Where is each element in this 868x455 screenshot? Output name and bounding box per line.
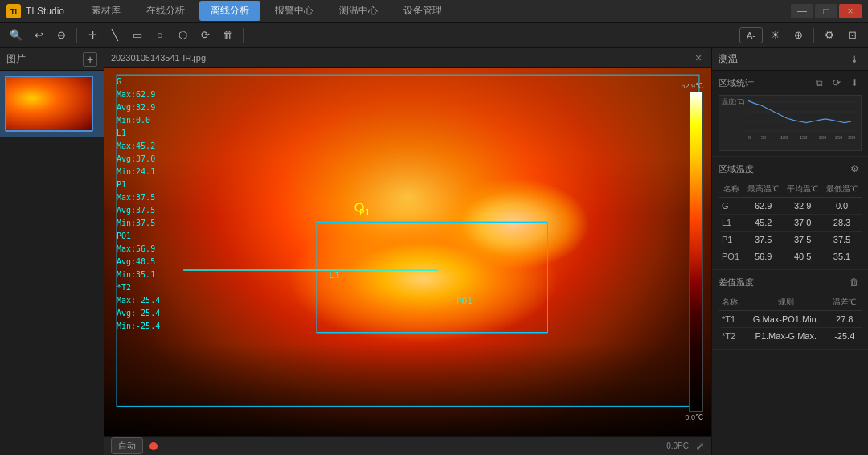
right-panel-header: 测温 🌡: [712, 48, 868, 71]
minimize-button[interactable]: —: [791, 4, 813, 18]
zone-min-cell: 37.5: [822, 232, 862, 248]
g-label: G: [117, 76, 160, 88]
zoom-in-button[interactable]: 🔍: [6, 26, 26, 45]
zone-min-cell: 28.3: [822, 215, 862, 232]
sidebar-right: 测温 🌡 区域统计 ⧉ ⟳ ⬇ 温度(℃) 45: [711, 48, 868, 455]
t2-min: Min:-25.4: [117, 320, 160, 333]
delete-button[interactable]: 🗑: [218, 26, 237, 45]
svg-text:50: 50: [761, 135, 766, 140]
zone-avg-cell: 40.5: [783, 248, 822, 265]
po1-max: Max:56.9: [117, 243, 160, 256]
toolbar-separator-3: [813, 28, 814, 43]
l1-label: L1: [117, 127, 160, 140]
thumbnail-inner: [6, 77, 92, 130]
zone-temp-section: 区域温度 ⚙ 名称 最高温℃ 平均温℃ 最低温℃ G 62.9 32.9 0.0…: [712, 157, 868, 270]
thermal-image[interactable]: G Max:62.9 Avg:32.9 Min:0.0 L1 Max:45.2 …: [104, 68, 711, 436]
image-filename-label: 20230105143541-IR.jpg: [111, 53, 686, 63]
titlebar: TI TI Studio 素材库 在线分析 离线分析 报警中心 测温中心 设备管…: [0, 0, 868, 23]
image-titlebar: 20230105143541-IR.jpg ×: [104, 48, 711, 68]
col-name-header: 名称: [719, 181, 743, 198]
zone-min-cell: 35.1: [822, 248, 862, 265]
g-max: Max:62.9: [117, 88, 160, 101]
nav-item-online[interactable]: 在线分析: [135, 1, 196, 21]
p1-min: Min:37.5: [117, 217, 160, 230]
po1-image-label: PO1: [457, 296, 473, 306]
add-tool-button[interactable]: ⊕: [788, 26, 808, 45]
thermal-bottom-dark: [104, 344, 711, 437]
col-min-header: 最低温℃: [822, 181, 862, 198]
draw-circle-button[interactable]: ○: [150, 26, 170, 45]
zoom-btn2[interactable]: ↩: [29, 26, 48, 45]
coords-display: 0.0PC: [666, 441, 689, 450]
diff-rule-cell: P1.Max-G.Max.: [744, 328, 827, 345]
zone-stats-title: 区域统计: [719, 77, 809, 89]
diff-col-name-header: 名称: [719, 294, 744, 311]
po1-min: Min:35.1: [117, 268, 160, 281]
nav-item-alarm[interactable]: 报警中心: [264, 1, 325, 21]
draw-line-button[interactable]: ╲: [105, 26, 125, 45]
close-button[interactable]: ×: [839, 4, 862, 18]
zoom-out-button[interactable]: ⊖: [51, 26, 71, 45]
col-max-header: 最高温℃: [743, 181, 783, 198]
image-close-button[interactable]: ×: [692, 51, 705, 64]
colorbar-max-label: 62.9℃: [681, 82, 703, 90]
brightness-button[interactable]: ☀: [766, 26, 785, 45]
export-button[interactable]: ⊡: [842, 26, 862, 45]
fullscreen-button[interactable]: ⤢: [695, 440, 705, 453]
thermal-cool-top: [104, 68, 711, 215]
auto-button[interactable]: 自动: [111, 437, 143, 454]
svg-text:150: 150: [800, 135, 807, 140]
diff-rule-cell: G.Max-PO1.Min.: [744, 311, 827, 328]
add-image-button[interactable]: +: [83, 52, 97, 67]
colorbar: 62.9℃ 0.0℃: [689, 92, 703, 412]
svg-text:40: 40: [729, 109, 734, 114]
zone-stats-refresh-icon[interactable]: ⟳: [829, 76, 844, 90]
thermal-canvas: G Max:62.9 Avg:32.9 Min:0.0 L1 Max:45.2 …: [104, 68, 711, 436]
zone-temp-title: 区域温度: [719, 163, 844, 175]
settings-button[interactable]: ⚙: [820, 26, 839, 45]
po1-avg: Avg:40.5: [117, 256, 160, 268]
t2-max: Max:-25.4: [117, 294, 160, 307]
diff-temp-row: *T2 P1.Max-G.Max. -25.4: [719, 328, 862, 345]
image-list-item[interactable]: [0, 71, 104, 137]
col-avg-header: 平均温℃: [783, 181, 822, 198]
zone-temp-settings-icon[interactable]: ⚙: [847, 162, 862, 176]
svg-text:200: 200: [819, 135, 826, 140]
nav-items: 素材库 在线分析 离线分析 报警中心 测温中心 设备管理: [80, 1, 791, 21]
l1-min: Min:24.1: [117, 166, 160, 178]
zone-name-cell: P1: [719, 232, 743, 248]
diff-temp-delete-icon[interactable]: 🗑: [847, 275, 862, 289]
overlay-labels: G Max:62.9 Avg:32.9 Min:0.0 L1 Max:45.2 …: [117, 76, 160, 333]
toolbar-separator-1: [76, 28, 77, 43]
thermometer-icon[interactable]: 🌡: [847, 52, 862, 67]
diff-temp-section: 差值温度 🗑 名称 规则 温差℃ *T1 G.Max-PO1.Min. 27.8…: [712, 270, 868, 350]
diff-value-cell: -25.4: [827, 328, 862, 345]
draw-rect-button[interactable]: ▭: [128, 26, 147, 45]
text-style-button[interactable]: A-: [739, 27, 763, 43]
nav-item-material[interactable]: 素材库: [80, 1, 132, 21]
zone-max-cell: 56.9: [743, 248, 783, 265]
zone-stats-copy-icon[interactable]: ⧉: [812, 76, 826, 90]
maximize-button[interactable]: □: [815, 4, 837, 18]
nav-item-measure[interactable]: 测温中心: [328, 1, 389, 21]
nav-item-device[interactable]: 设备管理: [392, 1, 453, 21]
p1-label: P1: [117, 178, 160, 191]
g-avg: Avg:32.9: [117, 101, 160, 114]
diff-temp-row: *T1 G.Max-PO1.Min. 27.8: [719, 311, 862, 328]
draw-poly-button[interactable]: ⬡: [173, 26, 192, 45]
window-controls: — □ ×: [791, 4, 862, 18]
diff-name-cell: *T1: [719, 311, 744, 328]
draw-cross-button[interactable]: ✛: [83, 26, 102, 45]
rotate-button[interactable]: ⟳: [195, 26, 215, 45]
diff-temp-header: 差值温度 🗑: [719, 275, 862, 289]
zone-temp-row: L1 45.2 37.0 28.3: [719, 215, 862, 232]
nav-item-offline[interactable]: 离线分析: [199, 1, 260, 21]
diff-name-cell: *T2: [719, 328, 744, 345]
p1-max: Max:37.5: [117, 191, 160, 204]
sidebar-left: 图片 +: [0, 48, 104, 455]
zone-max-cell: 37.5: [743, 232, 783, 248]
right-panel-title: 测温: [719, 52, 844, 66]
svg-text:0: 0: [748, 135, 751, 140]
diff-temp-table: 名称 规则 温差℃ *T1 G.Max-PO1.Min. 27.8 *T2 P1…: [719, 294, 862, 344]
zone-stats-download-icon[interactable]: ⬇: [847, 76, 862, 90]
